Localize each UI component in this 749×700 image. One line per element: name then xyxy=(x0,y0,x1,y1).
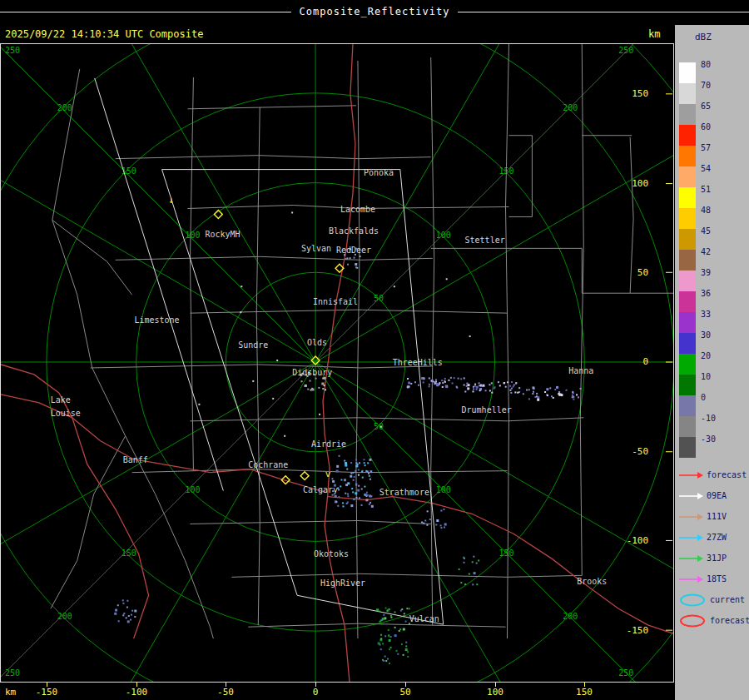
legend-ellipse-icon xyxy=(678,613,707,628)
legend-arrow-icon xyxy=(678,491,703,501)
y-tick-label: 100 xyxy=(632,178,648,189)
city-label-lake: Lake xyxy=(51,395,71,405)
colorbar-value: 70 xyxy=(701,81,711,91)
legend-item-27ZW: 27ZW xyxy=(678,527,727,548)
legend-label: forecast xyxy=(707,470,747,479)
y-tick-label: -150 xyxy=(627,625,648,636)
legend-label: current xyxy=(710,595,745,604)
colorbar-band xyxy=(679,333,696,354)
colorbar-band xyxy=(679,187,696,208)
x-axis: km -150-100-50050100150 xyxy=(0,683,674,700)
colorbar-band xyxy=(679,166,696,187)
legend-label: 18TS xyxy=(707,574,727,583)
colorbar-value: -10 xyxy=(701,414,716,424)
forecast-arrow-marker: ↓ xyxy=(168,195,174,206)
colorbar-band xyxy=(679,312,696,333)
colorbar-value: 33 xyxy=(701,310,711,320)
city-label-didsbury: Didsbury xyxy=(292,368,332,377)
page-title: Composite_Reflectivity xyxy=(291,6,459,17)
coverage-overlay xyxy=(95,78,444,624)
colorbar-band xyxy=(679,250,696,271)
city-label-sylvan: Sylvan xyxy=(301,244,331,253)
colorbar-band xyxy=(679,104,696,125)
city-label-calgary: Calgary xyxy=(303,485,338,494)
colorbar-band xyxy=(679,83,696,104)
city-label-brooks: Brooks xyxy=(577,577,607,586)
colorbar-value: 39 xyxy=(701,268,711,278)
ring-label: 100 xyxy=(436,485,451,494)
legend-item-111V: 111V xyxy=(678,506,727,527)
radar-map[interactable]: 5050100100100100150150150150200200200200… xyxy=(0,43,674,683)
y-tick-label: 0 xyxy=(642,357,648,368)
city-label-innisfail: Innisfail xyxy=(313,297,358,306)
city-label-ponoka: Ponoka xyxy=(364,168,394,177)
ring-label: 200 xyxy=(57,612,72,621)
colorbar-band xyxy=(679,125,696,146)
colorbar-band xyxy=(679,271,696,291)
colorbar-band xyxy=(679,354,696,375)
legend-item-forecast-ellipse: forecast xyxy=(678,610,749,631)
colorbar-value: 42 xyxy=(701,247,711,257)
colorbar-band xyxy=(679,291,696,312)
city-label-airdrie: Airdrie xyxy=(311,439,346,449)
y-axis-unit: km xyxy=(648,28,660,40)
colorbar-value: 20 xyxy=(701,351,711,361)
colorbar-value: 57 xyxy=(701,143,711,153)
city-label-okotoks: Okotoks xyxy=(314,549,349,559)
colorbar-band xyxy=(679,229,696,250)
legend-arrow-icon xyxy=(678,512,703,522)
colorbar-band xyxy=(679,375,696,395)
ring-label: 250 xyxy=(618,46,633,55)
colorbar-value: 45 xyxy=(701,226,711,236)
city-label-hanna: Hanna xyxy=(568,366,593,375)
city-label-sundre: Sundre xyxy=(238,340,268,350)
title-rule-right xyxy=(458,12,749,12)
ring-label: 100 xyxy=(185,231,200,240)
x-axis-unit: km xyxy=(5,687,16,698)
x-tick-label: 0 xyxy=(313,687,319,698)
x-tick-label: -150 xyxy=(36,687,58,698)
city-label-rockymh: RockyMH xyxy=(205,230,240,239)
x-tick-label: -50 xyxy=(217,687,234,698)
legend-item-31JP: 31JP xyxy=(678,548,727,568)
colorbar-band xyxy=(679,395,696,416)
legend-arrow-icon xyxy=(678,554,703,563)
colorbar-band xyxy=(679,437,696,458)
city-label-lacombe: Lacombe xyxy=(340,205,375,214)
colorbar-value: 36 xyxy=(701,289,711,299)
colorbar-value: 30 xyxy=(701,330,711,340)
ring-label: 150 xyxy=(122,549,136,558)
ring-label: 100 xyxy=(185,485,200,494)
x-tick-label: 50 xyxy=(399,687,410,698)
ring-label: 50 xyxy=(374,294,384,303)
legend-item-18TS: 18TS xyxy=(678,568,727,589)
storm-check-marker: v xyxy=(325,469,331,479)
radar-map-canvas[interactable]: 5050100100100100150150150150200200200200… xyxy=(1,44,673,682)
colorbar-band xyxy=(679,146,696,166)
legend-label: forecast xyxy=(710,616,749,625)
legend-ellipse-icon xyxy=(678,593,707,608)
title-rule-left xyxy=(0,12,291,12)
colorbar-value: -30 xyxy=(701,434,716,444)
y-tick-label: -50 xyxy=(632,446,648,457)
y-tick-label: 150 xyxy=(632,88,648,99)
city-label-threehills: ThreeHills xyxy=(393,359,443,368)
colorbar-band xyxy=(679,416,696,437)
colorbar-value: 65 xyxy=(701,102,711,112)
colorbar-sidebar: dBZ 807065605754514845423936333020100-10… xyxy=(675,25,749,700)
sub-bar: 2025/09/22 14:10:34 UTC Composite km xyxy=(0,23,674,43)
title-bar: Composite_Reflectivity xyxy=(0,0,749,23)
ring-label: 150 xyxy=(499,549,514,558)
legend-label: 31JP xyxy=(707,554,727,563)
city-label-limestone: Limestone xyxy=(135,315,180,325)
ring-label: 100 xyxy=(436,231,451,240)
city-label-highriver: HighRiver xyxy=(320,578,365,588)
colorbar-value: 0 xyxy=(701,393,706,403)
x-tick-label: -100 xyxy=(126,687,148,698)
city-label-stettler: Stettler xyxy=(465,236,505,245)
legend-label: 111V xyxy=(707,512,727,521)
timestamp: 2025/09/22 14:10:34 UTC Composite xyxy=(5,28,203,40)
city-label-louise: Louise xyxy=(51,409,81,418)
colorbar-value: 48 xyxy=(701,206,711,216)
legend-item-09EA: 09EA xyxy=(678,485,727,506)
